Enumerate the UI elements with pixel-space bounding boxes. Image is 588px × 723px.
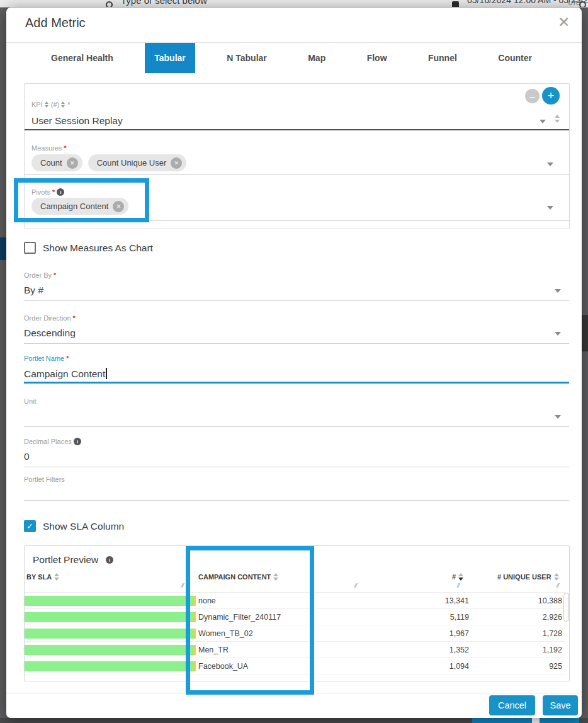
order-by-underline bbox=[24, 300, 569, 301]
column-resize-handle[interactable]: // bbox=[457, 583, 459, 589]
search-icon bbox=[106, 1, 113, 8]
measure-chip[interactable]: Count Unique User✕ bbox=[88, 154, 187, 171]
sort-icon bbox=[54, 573, 59, 581]
unique-user-cell: 10,388 bbox=[469, 593, 562, 609]
save-button[interactable]: Save bbox=[543, 695, 578, 715]
add-kpi-button[interactable]: + bbox=[542, 87, 560, 105]
column-header-by-sla[interactable]: BY SLA bbox=[26, 573, 59, 581]
chip-label: Campaign Content bbox=[40, 202, 108, 211]
background-type-select-text: Type or select below bbox=[121, 0, 207, 6]
tab-label: N Tabular bbox=[227, 53, 267, 63]
minus-icon: – bbox=[529, 91, 534, 101]
required-mark: * bbox=[64, 144, 66, 152]
column-header-count[interactable]: # bbox=[452, 573, 463, 581]
sort-icon bbox=[61, 101, 65, 108]
decimal-places-input[interactable]: 0 bbox=[24, 451, 30, 462]
portlet-name-underline bbox=[24, 382, 569, 384]
show-measures-as-chart-label[interactable]: Show Measures As Chart bbox=[43, 242, 153, 254]
campaign-content-cell: Women_TB_02 bbox=[198, 625, 253, 642]
tab[interactable]: Counter bbox=[489, 43, 541, 73]
sla-bar bbox=[25, 612, 196, 622]
tab[interactable]: Flow bbox=[358, 43, 397, 73]
tab[interactable]: Funnel bbox=[419, 43, 466, 73]
remove-chip-icon[interactable]: ✕ bbox=[113, 201, 124, 212]
unique-user-cell: 2,926 bbox=[469, 609, 562, 625]
column-resize-handle[interactable]: // bbox=[181, 583, 183, 589]
table-row: Men_TR 1,352 1,192 bbox=[25, 642, 565, 658]
chevron-down-icon[interactable] bbox=[547, 206, 553, 210]
order-direction-underline bbox=[24, 343, 569, 344]
kpi-spinner[interactable] bbox=[555, 115, 560, 123]
table-row: Facebook_UA 1,094 925 bbox=[25, 658, 565, 675]
column-header-unique-user[interactable]: # UNIQUE USER bbox=[497, 573, 559, 581]
unique-user-cell: 925 bbox=[469, 658, 562, 675]
show-measures-as-chart-checkbox[interactable]: ✓ bbox=[24, 242, 36, 254]
chip-label: Count bbox=[40, 158, 62, 168]
decimal-places-underline bbox=[24, 467, 569, 467]
table-scrollbar[interactable] bbox=[563, 593, 569, 622]
campaign-content-cell: Dynamic_Filter_240117 bbox=[198, 609, 281, 625]
chip-label: Count Unique User bbox=[97, 158, 167, 168]
tab[interactable]: Tabular bbox=[145, 43, 195, 73]
remove-chip-icon[interactable]: ✕ bbox=[171, 157, 182, 169]
chevron-down-icon[interactable] bbox=[547, 162, 553, 166]
cancel-button[interactable]: Cancel bbox=[489, 695, 535, 715]
preview-table-rows: none 13,341 10,388 Dynamic_Filter_240117… bbox=[25, 592, 565, 675]
sort-icon bbox=[273, 573, 278, 581]
pivots-label: Pivots*i bbox=[31, 188, 64, 196]
portlet-name-label: Portlet Name* bbox=[24, 355, 69, 362]
check-icon: ✓ bbox=[26, 243, 33, 253]
show-sla-column-label[interactable]: Show SLA Column bbox=[43, 521, 124, 532]
pivot-chip[interactable]: Campaign Content✕ bbox=[31, 198, 128, 215]
background-save-button-fragment bbox=[540, 718, 579, 723]
measure-chip[interactable]: Count✕ bbox=[31, 154, 82, 171]
spin-up-icon bbox=[555, 115, 560, 118]
remove-chip-icon[interactable]: ✕ bbox=[67, 157, 78, 169]
unique-user-cell: 1,728 bbox=[469, 625, 562, 642]
pivots-underline bbox=[25, 220, 569, 221]
info-icon[interactable]: i bbox=[74, 438, 81, 445]
background-cancel-button-fragment bbox=[472, 718, 532, 723]
count-cell: 1,352 bbox=[377, 642, 469, 658]
column-resize-handle[interactable]: // bbox=[354, 583, 356, 589]
chevron-down-icon[interactable] bbox=[555, 289, 561, 293]
sort-descending-icon bbox=[458, 573, 463, 581]
kpi-underline bbox=[25, 129, 569, 130]
show-sla-column-checkbox[interactable]: ✓ bbox=[24, 520, 36, 532]
sla-bar bbox=[25, 596, 196, 606]
kpi-select[interactable]: User Session Replay bbox=[31, 115, 123, 127]
spin-down-icon bbox=[555, 120, 560, 123]
chevron-down-icon[interactable] bbox=[555, 332, 561, 336]
column-header-campaign-content[interactable]: CAMPAIGN CONTENT bbox=[198, 573, 278, 581]
order-by-select[interactable]: By # bbox=[24, 285, 43, 296]
search-icon bbox=[579, 1, 586, 8]
order-direction-select[interactable]: Descending bbox=[24, 327, 76, 339]
chevron-down-icon[interactable] bbox=[555, 415, 561, 419]
required-mark: * bbox=[52, 188, 55, 196]
info-icon[interactable]: i bbox=[106, 556, 113, 564]
chevron-down-icon[interactable] bbox=[540, 120, 546, 123]
background-page-top: Type or select below 05/16/2024 12:00 AM… bbox=[0, 0, 588, 8]
tab[interactable]: N Tabular bbox=[217, 43, 276, 73]
sort-icon bbox=[45, 101, 49, 108]
unique-user-cell: 1,192 bbox=[469, 642, 562, 658]
count-cell: 1,967 bbox=[377, 625, 469, 642]
tab-label: Map bbox=[308, 53, 325, 63]
background-page-bottom bbox=[0, 718, 588, 723]
column-resize-handle[interactable]: // bbox=[557, 583, 558, 589]
close-icon[interactable]: ✕ bbox=[558, 15, 570, 30]
required-mark: * bbox=[73, 314, 76, 322]
sla-bar bbox=[25, 645, 196, 655]
calendar-icon bbox=[452, 1, 459, 8]
tab[interactable]: General Health bbox=[42, 43, 123, 73]
tab-label: Counter bbox=[498, 53, 532, 63]
backdrop-left bbox=[0, 8, 6, 723]
remove-kpi-button[interactable]: – bbox=[525, 89, 540, 103]
order-direction-label: Order Direction* bbox=[24, 314, 76, 322]
tab[interactable]: Map bbox=[298, 43, 335, 73]
background-fragment bbox=[532, 718, 540, 723]
order-by-label: Order By* bbox=[24, 271, 56, 279]
portlet-name-input[interactable]: Campaign Content bbox=[24, 368, 107, 380]
info-icon[interactable]: i bbox=[57, 188, 64, 196]
plus-icon: + bbox=[547, 89, 554, 103]
